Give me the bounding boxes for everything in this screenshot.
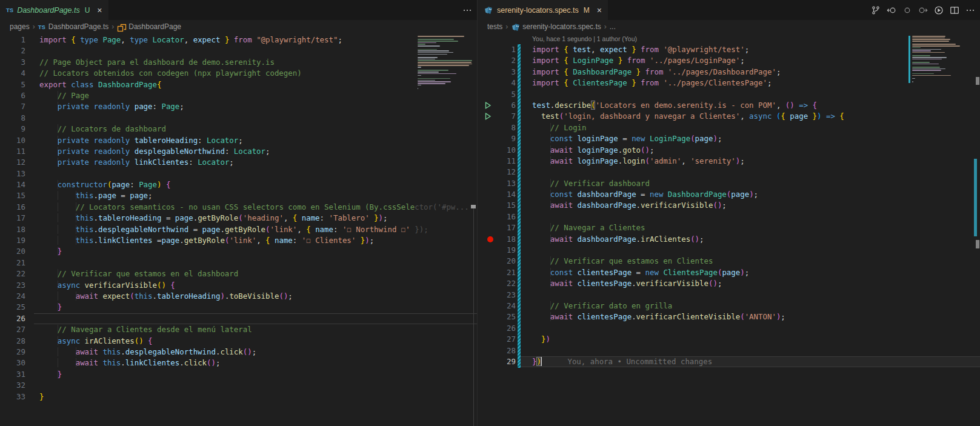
line-number[interactable]: 24 — [478, 301, 516, 311]
indent-guide — [39, 202, 58, 211]
line-number[interactable]: 1 — [0, 35, 25, 45]
line-number[interactable]: 5 — [0, 79, 25, 90]
line-number[interactable]: 26 — [0, 313, 25, 324]
line-number[interactable]: 5 — [478, 89, 516, 100]
line-number[interactable]: 33 — [0, 391, 25, 402]
code-token: { — [71, 35, 80, 44]
change-icon[interactable] — [902, 5, 912, 15]
line-number[interactable]: 30 — [0, 358, 25, 368]
source-control-graph-icon[interactable] — [871, 5, 881, 15]
tab-serenity-locators-spec[interactable]: serenity-locators.spec.ts M × — [478, 0, 608, 20]
tab-dashboardpage[interactable]: TS DashboardPage.ts U × — [0, 0, 108, 20]
line-number[interactable]: 13 — [0, 168, 25, 179]
minimap-left[interactable] — [418, 36, 472, 90]
line-number[interactable]: 14 — [0, 179, 25, 190]
line-number[interactable]: 2 — [0, 45, 25, 56]
line-number[interactable]: 15 — [0, 190, 25, 201]
minimap-right[interactable] — [912, 36, 969, 83]
line-number[interactable]: 23 — [478, 290, 516, 301]
code-token: () — [713, 201, 722, 210]
line-number[interactable]: 17 — [0, 213, 25, 224]
code-text: export class DashboardPage{ — [25, 79, 477, 90]
breakpoint-icon[interactable] — [487, 236, 493, 242]
line-number[interactable]: 31 — [0, 369, 25, 380]
line-number[interactable]: 21 — [478, 267, 516, 278]
line-number[interactable]: 22 — [0, 268, 25, 279]
line-number[interactable]: 19 — [0, 235, 25, 246]
breadcrumb-item[interactable]: pages — [10, 22, 30, 31]
line-number[interactable]: 12 — [0, 157, 25, 168]
previous-change-icon[interactable] — [887, 5, 896, 15]
line-number[interactable]: 15 — [478, 200, 516, 211]
code-editor-left[interactable]: 1import { type Page, type Locator, expec… — [0, 33, 477, 426]
line-number[interactable]: 16 — [0, 202, 25, 213]
line-number[interactable]: 11 — [478, 156, 516, 167]
close-icon[interactable]: × — [597, 6, 602, 15]
line-number[interactable]: 29 — [478, 356, 516, 367]
line-number[interactable]: 8 — [0, 113, 25, 124]
line-number[interactable]: 18 — [0, 224, 25, 235]
code-token: async — [749, 111, 776, 121]
line-number[interactable]: 11 — [0, 146, 25, 157]
code-token: { — [265, 236, 275, 245]
line-number[interactable]: 1 — [478, 44, 516, 55]
line-number[interactable]: 19 — [478, 245, 516, 256]
line-number[interactable]: 17 — [478, 222, 516, 233]
line-number[interactable]: 2 — [478, 55, 516, 66]
run-tests-icon[interactable] — [934, 5, 944, 15]
code-token: . — [153, 291, 157, 301]
breadcrumb-item[interactable]: ... — [610, 22, 616, 31]
line-number[interactable]: 21 — [0, 258, 25, 268]
breadcrumb-item[interactable]: DashboardPage.ts — [48, 22, 108, 31]
code-line: 17 this.tableroHeading = page.getByRole(… — [0, 213, 477, 224]
more-actions-icon[interactable] — [462, 5, 472, 15]
line-number[interactable]: 25 — [478, 311, 516, 322]
line-number[interactable]: 24 — [0, 291, 25, 302]
close-icon[interactable]: × — [97, 6, 102, 15]
next-change-icon[interactable] — [918, 5, 928, 15]
line-number[interactable]: 32 — [0, 380, 25, 391]
run-test-icon[interactable] — [484, 112, 492, 121]
code-token: : — [153, 102, 162, 111]
line-number[interactable]: 10 — [0, 135, 25, 146]
line-number[interactable]: 3 — [0, 57, 25, 68]
line-number[interactable]: 20 — [478, 256, 516, 267]
line-number[interactable]: 9 — [478, 133, 516, 144]
line-number[interactable]: 9 — [0, 124, 25, 135]
line-number[interactable]: 22 — [478, 278, 516, 289]
breadcrumb-item[interactable]: serenity-locators.spec.ts — [522, 22, 601, 31]
line-number[interactable]: 29 — [0, 347, 25, 358]
line-number[interactable]: 25 — [0, 302, 25, 313]
indent-guide — [58, 291, 76, 301]
line-number[interactable]: 18 — [478, 234, 516, 245]
code-editor-right[interactable]: You, hace 1 segundo | 1 author (You)1imp… — [478, 33, 980, 426]
line-number[interactable]: 14 — [478, 189, 516, 200]
overview-ruler[interactable] — [973, 33, 980, 426]
line-number[interactable]: 4 — [0, 68, 25, 79]
line-number[interactable]: 13 — [478, 178, 516, 189]
line-number[interactable]: 28 — [0, 336, 25, 347]
codelens-blame[interactable]: You, hace 1 segundo | 1 author (You) — [478, 35, 980, 44]
line-number[interactable]: 10 — [478, 145, 516, 156]
run-test-icon[interactable] — [484, 101, 492, 110]
code-line: 15 this.page = page; — [0, 190, 477, 201]
line-number[interactable]: 7 — [0, 101, 25, 112]
line-number[interactable]: 6 — [0, 90, 25, 101]
line-number[interactable]: 27 — [0, 324, 25, 335]
line-number[interactable]: 27 — [478, 334, 516, 345]
line-number[interactable]: 3 — [478, 67, 516, 78]
line-number[interactable]: 16 — [478, 211, 516, 222]
modified-lines-gutter-bar — [518, 44, 521, 368]
split-editor-icon[interactable] — [950, 5, 959, 15]
breadcrumb-item[interactable]: DashboardPage — [128, 22, 181, 31]
breadcrumb-item[interactable]: tests — [487, 22, 502, 31]
indent-guide — [39, 124, 58, 133]
line-number[interactable]: 4 — [478, 78, 516, 88]
line-number[interactable]: 8 — [478, 122, 516, 133]
line-number[interactable]: 20 — [0, 246, 25, 257]
line-number[interactable]: 23 — [0, 280, 25, 291]
line-number[interactable]: 12 — [478, 167, 516, 178]
more-actions-icon[interactable] — [965, 5, 975, 15]
line-number[interactable]: 26 — [478, 323, 516, 334]
line-number[interactable]: 28 — [478, 345, 516, 356]
